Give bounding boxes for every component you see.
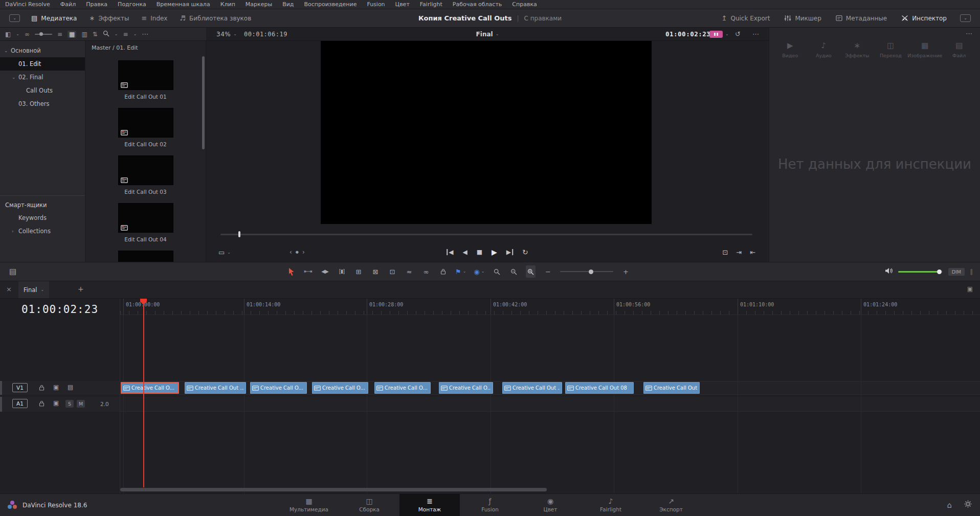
video-track-name-badge[interactable]: V1 (12, 383, 28, 392)
timeline-clip[interactable]: Creative Call O... (439, 382, 493, 394)
home-icon[interactable]: ⌂ (947, 501, 952, 510)
strip-view-icon[interactable]: ▥ (81, 31, 87, 37)
slider-knob[interactable] (39, 32, 43, 36)
menu-item[interactable]: Рабочая область (453, 1, 502, 8)
timeline-tab[interactable]: Final ⌄ (18, 281, 49, 298)
effects-button[interactable]: ∗ Эффекты (84, 13, 134, 24)
inspector-tab[interactable]: ▤ Файл (942, 42, 976, 58)
zoom-in-icon[interactable]: + (621, 265, 630, 278)
options-menu-icon[interactable]: ⋯ (752, 30, 760, 38)
bin-item[interactable]: Call Outs (0, 84, 85, 97)
audio-track-header[interactable]: A1 ▣ S M 2.0 (0, 397, 120, 412)
scrubber-playhead[interactable] (238, 231, 240, 237)
index-button[interactable]: ≡ Index (136, 13, 172, 24)
timeline-selector[interactable]: Final ⌄ (476, 28, 499, 40)
track-enable-icon[interactable]: ▣ (53, 384, 59, 390)
sound-library-button[interactable]: ♬ Библиотека звуков (174, 13, 256, 24)
menu-item[interactable]: Маркеры (246, 1, 272, 8)
video-track-header[interactable]: V1 ▣ ▤ (0, 381, 120, 395)
media-pool-button[interactable]: ▤ Медиатека (26, 13, 82, 24)
audio-track-name-badge[interactable]: A1 (12, 399, 28, 408)
media-clip[interactable]: Edit Call Out 04 (118, 203, 173, 243)
viewer-zoom-select[interactable]: 34% ⌄ (216, 28, 237, 40)
dynamic-trim-mode-icon[interactable]: ◀▶ (320, 265, 329, 278)
bin-layout-icon[interactable]: ◧ (5, 31, 11, 37)
speaker-icon[interactable] (885, 267, 893, 276)
next-edit-icon[interactable]: ⇥ (736, 249, 742, 256)
timeline-clip[interactable]: Creative Call Out 08 (565, 382, 634, 394)
linked-selection-icon[interactable]: ∞ (421, 265, 431, 278)
smart-bin-item[interactable]: Keywords (0, 211, 85, 225)
menu-item[interactable]: Воспроизведение (304, 1, 357, 8)
menu-item[interactable]: Fusion (367, 1, 385, 8)
prev-edit-icon[interactable]: ⇤ (750, 249, 755, 256)
menu-item[interactable]: Правка (86, 1, 107, 8)
link-bins-icon[interactable]: ∞ (25, 31, 30, 37)
inspector-tab[interactable]: ◫ Переход (874, 42, 908, 58)
add-timeline-tab-icon[interactable]: + (78, 285, 84, 293)
bin-item[interactable]: 01. Edit (0, 57, 85, 71)
menu-item[interactable]: Файл (60, 1, 76, 8)
blade-edit-mode-icon[interactable]: [▮] (337, 265, 346, 278)
inspector-tab[interactable]: ∗ Эффекты (840, 42, 874, 58)
metadata-button[interactable]: Метаданные (831, 13, 892, 24)
proxy-status-badge[interactable]: ⌄ (709, 28, 729, 40)
timeline-zoom-slider[interactable] (560, 271, 613, 272)
menu-item[interactable]: Вид (282, 1, 294, 8)
trim-edit-mode-icon[interactable]: ⇤⇥ (303, 265, 313, 278)
toolbar-drag-handle[interactable]: ∥ (970, 268, 973, 275)
retime-controls-icon[interactable]: ≈ (405, 265, 414, 278)
menu-item[interactable]: DaVinci Resolve (5, 1, 50, 8)
gear-icon[interactable] (964, 500, 972, 510)
menu-item[interactable]: Клип (220, 1, 235, 8)
media-clip[interactable]: Edit Call Out 03 (118, 155, 173, 195)
menu-item[interactable]: Цвет (395, 1, 410, 8)
page-tab[interactable]: ↗ Экспорт (641, 494, 701, 516)
media-scrollbar[interactable] (202, 56, 205, 149)
insert-clip-icon[interactable]: ⊞ (354, 265, 363, 278)
filmstrip-icon[interactable]: ▤ (68, 384, 73, 390)
timeline-tracks-area[interactable]: Creative Call O... Creative Call Out ...… (120, 315, 980, 493)
go-first-frame-button[interactable]: ◀ (447, 249, 453, 255)
media-clip[interactable]: Edit Call Out 02 (118, 108, 173, 148)
sync-icon[interactable]: ↺ (735, 30, 741, 38)
zoom-out-icon[interactable]: − (543, 265, 552, 278)
audio-track-lane[interactable] (120, 397, 980, 412)
go-last-frame-button[interactable]: ▶ (506, 249, 513, 255)
options-menu-icon[interactable]: ⋯ (142, 30, 149, 38)
panel-toggle-right[interactable]: ⌄ (960, 14, 971, 22)
zoom-fit-icon[interactable] (509, 265, 518, 278)
timeline-clip[interactable]: Creative Call Out ... (643, 382, 700, 394)
inspector-button[interactable]: Инспектор (896, 13, 952, 24)
list-view-icon[interactable]: ≡ (57, 31, 62, 37)
position-lock-icon[interactable] (438, 265, 448, 278)
bin-item[interactable]: ⌄ Основной (0, 44, 85, 57)
flag-icon[interactable]: ⚑⌄ (455, 265, 466, 278)
menu-item[interactable]: Подгонка (118, 1, 146, 8)
timeline-clip[interactable]: Creative Call O... (312, 382, 368, 394)
menu-item[interactable]: Справка (512, 1, 537, 8)
replace-clip-icon[interactable]: ⊡ (388, 265, 397, 278)
sort-order-icon[interactable]: ≡ (123, 31, 128, 37)
search-icon[interactable] (103, 30, 109, 38)
menu-item[interactable]: Fairlight (420, 1, 442, 8)
loop-button[interactable]: ↻ (522, 249, 528, 256)
custom-zoom-icon[interactable] (492, 265, 501, 278)
timeline-view-options-icon[interactable]: ▤ (9, 267, 16, 276)
timeline-clip[interactable]: Creative Call O... (374, 382, 431, 394)
page-tab[interactable]: ◫ Сборка (339, 494, 399, 516)
page-tab[interactable]: ƒ Fusion (460, 494, 520, 516)
smart-bin-item[interactable]: › Collections (0, 225, 85, 238)
panel-toggle-left[interactable]: ⌄ (9, 14, 20, 22)
jog-control[interactable]: ‹ ● › (289, 244, 305, 260)
resize-icon[interactable]: ⊡ (722, 249, 728, 256)
marker-icon[interactable]: ◉⌄ (474, 265, 484, 278)
safe-area-icon[interactable]: ▭ (218, 249, 225, 256)
track-enable-icon[interactable]: ▣ (53, 400, 59, 406)
page-tab[interactable]: ♪ Fairlight (581, 494, 641, 516)
timeline-clip[interactable]: Creative Call Out ... (185, 382, 246, 394)
page-tab[interactable]: ≣ Монтаж (399, 494, 460, 516)
detail-zoom-icon[interactable] (526, 265, 536, 278)
slider-knob[interactable] (589, 270, 593, 274)
thumbnail-view-icon[interactable]: ▦ (68, 31, 76, 38)
